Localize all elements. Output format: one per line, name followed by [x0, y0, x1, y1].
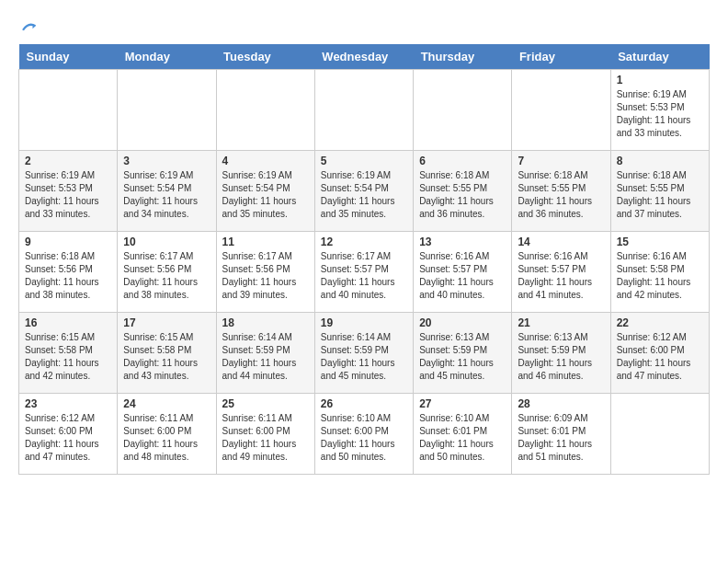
calendar-week-row: 2Sunrise: 6:19 AM Sunset: 5:53 PM Daylig…	[19, 151, 710, 232]
day-number: 24	[123, 397, 210, 410]
day-number: 5	[321, 155, 407, 167]
calendar-cell: 4Sunrise: 6:19 AM Sunset: 5:54 PM Daylig…	[216, 151, 314, 232]
day-info: Sunrise: 6:19 AM Sunset: 5:54 PM Dayligh…	[123, 169, 210, 221]
calendar-cell: 18Sunrise: 6:14 AM Sunset: 5:59 PM Dayli…	[216, 313, 314, 394]
calendar-cell	[19, 70, 118, 151]
day-info: Sunrise: 6:18 AM Sunset: 5:56 PM Dayligh…	[25, 250, 111, 302]
day-of-week-header: Sunday	[19, 44, 118, 70]
day-info: Sunrise: 6:17 AM Sunset: 5:57 PM Dayligh…	[321, 250, 407, 302]
day-number: 7	[518, 155, 604, 167]
day-info: Sunrise: 6:13 AM Sunset: 5:59 PM Dayligh…	[518, 331, 604, 383]
calendar-cell: 26Sunrise: 6:10 AM Sunset: 6:00 PM Dayli…	[314, 394, 413, 475]
calendar-cell	[610, 394, 709, 475]
day-info: Sunrise: 6:19 AM Sunset: 5:53 PM Dayligh…	[25, 169, 111, 221]
day-info: Sunrise: 6:09 AM Sunset: 6:01 PM Dayligh…	[518, 412, 604, 464]
day-number: 16	[25, 316, 111, 329]
calendar-cell	[216, 70, 314, 151]
calendar-week-row: 23Sunrise: 6:12 AM Sunset: 6:00 PM Dayli…	[19, 394, 710, 475]
calendar-cell: 13Sunrise: 6:16 AM Sunset: 5:57 PM Dayli…	[414, 232, 512, 313]
calendar-cell: 27Sunrise: 6:10 AM Sunset: 6:01 PM Dayli…	[414, 394, 512, 475]
day-number: 10	[123, 236, 210, 248]
day-number: 6	[419, 155, 506, 167]
day-info: Sunrise: 6:16 AM Sunset: 5:57 PM Dayligh…	[419, 250, 506, 302]
day-number: 2	[25, 155, 111, 167]
calendar-cell: 5Sunrise: 6:19 AM Sunset: 5:54 PM Daylig…	[314, 151, 413, 232]
day-info: Sunrise: 6:10 AM Sunset: 6:00 PM Dayligh…	[321, 412, 407, 464]
day-number: 28	[518, 397, 604, 410]
day-of-week-header: Friday	[512, 44, 610, 70]
day-number: 17	[123, 316, 210, 329]
calendar-cell: 20Sunrise: 6:13 AM Sunset: 5:59 PM Dayli…	[414, 313, 512, 394]
day-info: Sunrise: 6:13 AM Sunset: 5:59 PM Dayligh…	[419, 331, 506, 383]
calendar-cell: 23Sunrise: 6:12 AM Sunset: 6:00 PM Dayli…	[19, 394, 118, 475]
logo	[18, 18, 37, 35]
day-number: 9	[25, 236, 111, 248]
calendar-week-row: 16Sunrise: 6:15 AM Sunset: 5:58 PM Dayli…	[19, 313, 710, 394]
calendar-cell: 12Sunrise: 6:17 AM Sunset: 5:57 PM Dayli…	[314, 232, 413, 313]
day-number: 23	[25, 397, 111, 410]
day-info: Sunrise: 6:18 AM Sunset: 5:55 PM Dayligh…	[518, 169, 604, 221]
day-number: 15	[617, 236, 703, 248]
day-info: Sunrise: 6:11 AM Sunset: 6:00 PM Dayligh…	[222, 412, 309, 464]
day-info: Sunrise: 6:10 AM Sunset: 6:01 PM Dayligh…	[419, 412, 506, 464]
day-number: 11	[222, 236, 309, 248]
day-of-week-header: Wednesday	[314, 44, 413, 70]
day-number: 13	[419, 236, 506, 248]
calendar-cell	[118, 70, 216, 151]
day-info: Sunrise: 6:14 AM Sunset: 5:59 PM Dayligh…	[321, 331, 407, 383]
calendar-cell: 17Sunrise: 6:15 AM Sunset: 5:58 PM Dayli…	[118, 313, 216, 394]
day-info: Sunrise: 6:12 AM Sunset: 6:00 PM Dayligh…	[25, 412, 111, 464]
calendar-cell: 11Sunrise: 6:17 AM Sunset: 5:56 PM Dayli…	[216, 232, 314, 313]
day-number: 26	[321, 397, 407, 410]
calendar-cell: 1Sunrise: 6:19 AM Sunset: 5:53 PM Daylig…	[610, 70, 709, 151]
day-info: Sunrise: 6:11 AM Sunset: 6:00 PM Dayligh…	[123, 412, 210, 464]
calendar-cell	[414, 70, 512, 151]
calendar-cell: 10Sunrise: 6:17 AM Sunset: 5:56 PM Dayli…	[118, 232, 216, 313]
calendar-cell: 3Sunrise: 6:19 AM Sunset: 5:54 PM Daylig…	[118, 151, 216, 232]
day-info: Sunrise: 6:15 AM Sunset: 5:58 PM Dayligh…	[123, 331, 210, 383]
day-number: 3	[123, 155, 210, 167]
calendar-header-row: SundayMondayTuesdayWednesdayThursdayFrid…	[19, 44, 710, 70]
calendar-cell: 9Sunrise: 6:18 AM Sunset: 5:56 PM Daylig…	[19, 232, 118, 313]
day-number: 8	[617, 155, 703, 167]
day-info: Sunrise: 6:18 AM Sunset: 5:55 PM Dayligh…	[617, 169, 703, 221]
day-info: Sunrise: 6:17 AM Sunset: 5:56 PM Dayligh…	[123, 250, 210, 302]
day-number: 27	[419, 397, 506, 410]
day-info: Sunrise: 6:15 AM Sunset: 5:58 PM Dayligh…	[25, 331, 111, 383]
day-number: 22	[617, 316, 703, 329]
day-of-week-header: Saturday	[610, 44, 709, 70]
calendar-cell	[512, 70, 610, 151]
calendar-cell	[314, 70, 413, 151]
day-number: 4	[222, 155, 309, 167]
calendar-table: SundayMondayTuesdayWednesdayThursdayFrid…	[18, 44, 710, 475]
calendar-cell: 28Sunrise: 6:09 AM Sunset: 6:01 PM Dayli…	[512, 394, 610, 475]
day-of-week-header: Monday	[118, 44, 216, 70]
calendar-cell: 2Sunrise: 6:19 AM Sunset: 5:53 PM Daylig…	[19, 151, 118, 232]
calendar-week-row: 9Sunrise: 6:18 AM Sunset: 5:56 PM Daylig…	[19, 232, 710, 313]
logo-icon	[20, 18, 37, 35]
day-number: 12	[321, 236, 407, 248]
calendar-cell: 24Sunrise: 6:11 AM Sunset: 6:00 PM Dayli…	[118, 394, 216, 475]
day-number: 1	[617, 74, 703, 86]
day-number: 25	[222, 397, 309, 410]
page-header	[18, 18, 710, 35]
calendar-cell: 14Sunrise: 6:16 AM Sunset: 5:57 PM Dayli…	[512, 232, 610, 313]
calendar-cell: 25Sunrise: 6:11 AM Sunset: 6:00 PM Dayli…	[216, 394, 314, 475]
day-info: Sunrise: 6:18 AM Sunset: 5:55 PM Dayligh…	[419, 169, 506, 221]
day-info: Sunrise: 6:19 AM Sunset: 5:54 PM Dayligh…	[321, 169, 407, 221]
calendar-cell: 8Sunrise: 6:18 AM Sunset: 5:55 PM Daylig…	[610, 151, 709, 232]
day-info: Sunrise: 6:12 AM Sunset: 6:00 PM Dayligh…	[617, 331, 703, 383]
day-info: Sunrise: 6:14 AM Sunset: 5:59 PM Dayligh…	[222, 331, 309, 383]
calendar-cell: 7Sunrise: 6:18 AM Sunset: 5:55 PM Daylig…	[512, 151, 610, 232]
day-number: 20	[419, 316, 506, 329]
day-of-week-header: Tuesday	[216, 44, 314, 70]
day-info: Sunrise: 6:19 AM Sunset: 5:54 PM Dayligh…	[222, 169, 309, 221]
calendar-cell: 19Sunrise: 6:14 AM Sunset: 5:59 PM Dayli…	[314, 313, 413, 394]
calendar-cell: 22Sunrise: 6:12 AM Sunset: 6:00 PM Dayli…	[610, 313, 709, 394]
calendar-cell: 6Sunrise: 6:18 AM Sunset: 5:55 PM Daylig…	[414, 151, 512, 232]
calendar-cell: 15Sunrise: 6:16 AM Sunset: 5:58 PM Dayli…	[610, 232, 709, 313]
day-of-week-header: Thursday	[414, 44, 512, 70]
day-number: 19	[321, 316, 407, 329]
calendar-cell: 21Sunrise: 6:13 AM Sunset: 5:59 PM Dayli…	[512, 313, 610, 394]
day-info: Sunrise: 6:17 AM Sunset: 5:56 PM Dayligh…	[222, 250, 309, 302]
